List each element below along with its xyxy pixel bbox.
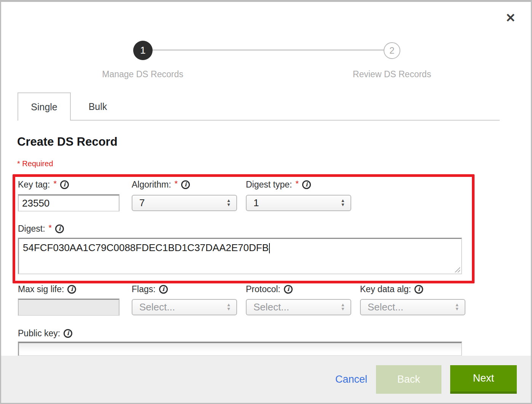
info-icon[interactable]: i bbox=[284, 285, 293, 294]
info-icon[interactable]: i bbox=[181, 180, 190, 189]
arrow-down-icon: ▼ bbox=[455, 307, 459, 312]
algorithm-label-text: Algorithm: bbox=[132, 180, 171, 190]
flags-label-text: Flags: bbox=[132, 284, 156, 294]
info-glyph: i bbox=[64, 182, 66, 188]
tab-divider bbox=[18, 120, 500, 121]
stepper-connector bbox=[146, 49, 389, 51]
info-icon[interactable]: i bbox=[67, 285, 76, 294]
algorithm-label: Algorithm: * i bbox=[132, 180, 190, 190]
arrow-down-icon: ▼ bbox=[341, 307, 345, 312]
info-glyph: i bbox=[185, 182, 187, 188]
info-icon[interactable]: i bbox=[60, 180, 69, 189]
digest-label-text: Digest: bbox=[18, 224, 45, 234]
select-arrows-icon: ▲ ▼ bbox=[226, 303, 231, 312]
max-sig-life-input[interactable] bbox=[18, 299, 119, 316]
digest-value: 54FCF030AA1C79C0088FDEC1BD1C37DAA2E70DFB bbox=[23, 242, 269, 253]
max-sig-life-label: Max sig life: i bbox=[18, 284, 76, 294]
public-key-label: Public key: i bbox=[18, 328, 72, 339]
close-icon[interactable]: ✕ bbox=[505, 12, 516, 24]
info-glyph: i bbox=[418, 286, 420, 292]
digest-type-select-value: 1 bbox=[253, 197, 341, 209]
select-arrows-icon: ▲ ▼ bbox=[455, 303, 459, 312]
step-1-circle: 1 bbox=[133, 41, 153, 60]
arrow-down-icon: ▼ bbox=[226, 307, 231, 312]
back-button[interactable]: Back bbox=[376, 365, 441, 394]
algorithm-select-value: 7 bbox=[139, 197, 226, 209]
flags-label: Flags: i bbox=[132, 284, 168, 294]
cancel-button[interactable]: Cancel bbox=[335, 374, 367, 385]
key-data-alg-label: Key data alg: i bbox=[360, 284, 423, 294]
digest-type-label: Digest type: * i bbox=[246, 180, 311, 190]
text-caret bbox=[269, 243, 270, 253]
info-icon[interactable]: i bbox=[414, 285, 423, 294]
info-icon[interactable]: i bbox=[55, 224, 64, 233]
info-icon[interactable]: i bbox=[64, 329, 72, 338]
public-key-label-text: Public key: bbox=[18, 328, 60, 339]
protocol-select[interactable]: Select... ▲ ▼ bbox=[246, 299, 351, 315]
info-icon[interactable]: i bbox=[302, 180, 311, 189]
next-button[interactable]: Next bbox=[450, 365, 517, 394]
tab-bulk[interactable]: Bulk bbox=[72, 93, 124, 120]
step-2-label: Review DS Records bbox=[353, 69, 431, 80]
max-sig-life-label-text: Max sig life: bbox=[18, 284, 64, 294]
digest-type-label-text: Digest type: bbox=[246, 180, 292, 190]
info-glyph: i bbox=[306, 182, 308, 188]
create-ds-record-dialog: ✕ 1 2 Manage DS Records Review DS Record… bbox=[0, 0, 532, 404]
required-marker: * bbox=[295, 179, 299, 189]
key-data-alg-select-value: Select... bbox=[368, 301, 455, 313]
required-marker: * bbox=[175, 179, 178, 189]
protocol-label-text: Protocol: bbox=[246, 284, 280, 294]
tab-single[interactable]: Single bbox=[18, 92, 71, 121]
step-2-circle: 2 bbox=[384, 42, 400, 59]
digest-label: Digest: * i bbox=[18, 224, 64, 234]
flags-select[interactable]: Select... ▲ ▼ bbox=[132, 299, 237, 315]
page-title: Create DS Record bbox=[17, 135, 118, 149]
protocol-select-value: Select... bbox=[253, 301, 341, 313]
resize-handle-icon[interactable] bbox=[454, 266, 460, 272]
footer: Cancel Back Next bbox=[1, 356, 532, 403]
key-tag-label: Key tag: * i bbox=[18, 180, 69, 190]
info-glyph: i bbox=[67, 331, 69, 336]
info-glyph: i bbox=[71, 286, 73, 292]
key-tag-label-text: Key tag: bbox=[18, 180, 50, 190]
key-data-alg-label-text: Key data alg: bbox=[360, 284, 411, 294]
algorithm-select[interactable]: 7 ▲ ▼ bbox=[132, 195, 237, 211]
digest-type-select[interactable]: 1 ▲ ▼ bbox=[246, 195, 351, 211]
info-icon[interactable]: i bbox=[159, 285, 168, 294]
required-marker: * bbox=[49, 223, 52, 233]
select-arrows-icon: ▲ ▼ bbox=[341, 303, 345, 312]
flags-select-value: Select... bbox=[139, 301, 226, 313]
key-data-alg-select[interactable]: Select... ▲ ▼ bbox=[360, 299, 465, 315]
digest-textarea[interactable]: 54FCF030AA1C79C0088FDEC1BD1C37DAA2E70DFB bbox=[18, 238, 462, 274]
info-glyph: i bbox=[59, 226, 61, 232]
arrow-down-icon: ▼ bbox=[341, 203, 345, 207]
select-arrows-icon: ▲ ▼ bbox=[226, 199, 231, 207]
required-marker: * bbox=[53, 179, 57, 189]
info-glyph: i bbox=[162, 286, 164, 292]
select-arrows-icon: ▲ ▼ bbox=[341, 199, 345, 207]
arrow-down-icon: ▼ bbox=[226, 203, 231, 207]
protocol-label: Protocol: i bbox=[246, 284, 293, 294]
key-tag-input[interactable] bbox=[18, 194, 119, 212]
public-key-textarea[interactable] bbox=[18, 342, 462, 356]
step-1-label: Manage DS Records bbox=[102, 69, 183, 80]
info-glyph: i bbox=[287, 286, 289, 292]
required-note: * Required bbox=[17, 159, 53, 168]
